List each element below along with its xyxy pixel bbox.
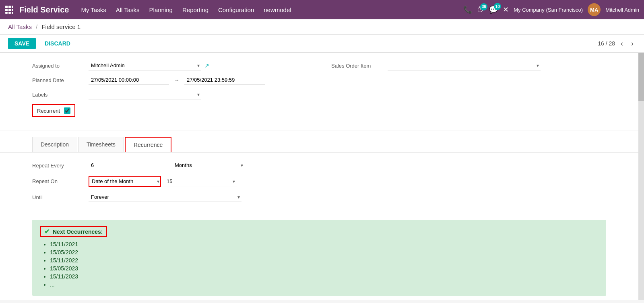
clock-badge: 36 bbox=[480, 3, 487, 10]
tab-timesheets[interactable]: Timesheets bbox=[78, 137, 124, 152]
until-row: Until Forever End Date Number of Repetit… bbox=[32, 192, 606, 202]
repeat-on-label: Repeat On bbox=[32, 178, 89, 184]
svg-rect-4 bbox=[8, 9, 11, 11]
until-select[interactable]: Forever End Date Number of Repetitions bbox=[89, 192, 242, 202]
occurrences-box: ✔ Next Occurrences: 15/11/2021 15/05/202… bbox=[32, 220, 606, 296]
svg-rect-3 bbox=[5, 9, 8, 11]
repeat-on-row: Repeat On Date of the Month Day of the W… bbox=[32, 176, 606, 187]
discard-button[interactable]: DISCARD bbox=[41, 38, 74, 49]
main-menu: My Tasks All Tasks Planning Reporting Co… bbox=[81, 5, 463, 15]
check-circle-icon: ✔ bbox=[44, 228, 50, 235]
assigned-to-external-link-icon[interactable]: ↗ bbox=[204, 62, 209, 69]
repeat-on-day-wrap: 15 bbox=[164, 177, 237, 186]
assigned-to-label: Assigned to bbox=[32, 63, 89, 69]
form-left-col: Assigned to Mitchell Admin ↗ bbox=[32, 61, 307, 122]
sales-order-item-row: Sales Order Item bbox=[331, 61, 606, 70]
svg-rect-0 bbox=[5, 6, 8, 8]
breadcrumb-parent-link[interactable]: All Tasks bbox=[8, 23, 32, 30]
page-scroll[interactable]: Assigned to Mitchell Admin ↗ bbox=[0, 53, 638, 300]
repeat-every-fields: Days Weeks Months Years bbox=[89, 161, 245, 170]
assigned-to-select[interactable]: Mitchell Admin bbox=[89, 61, 201, 70]
pagination-display: 16 / 28 bbox=[598, 40, 615, 47]
occurrence-item-3: 15/11/2022 bbox=[50, 257, 598, 264]
svg-rect-2 bbox=[12, 6, 13, 8]
date-range-arrow: → bbox=[174, 77, 180, 83]
tab-recurrence[interactable]: Recurrence bbox=[125, 137, 171, 152]
repeat-every-input[interactable] bbox=[89, 161, 169, 170]
repeat-every-label: Repeat Every bbox=[32, 163, 89, 169]
app-grid-icon[interactable] bbox=[5, 5, 14, 14]
phone-icon: 📞 bbox=[463, 5, 472, 14]
sales-order-item-label: Sales Order Item bbox=[331, 63, 388, 69]
repeat-every-unit-wrap: Days Weeks Months Years bbox=[172, 161, 245, 170]
pagination-next-button[interactable]: › bbox=[629, 39, 636, 49]
menu-newmodel[interactable]: newmodel bbox=[264, 5, 291, 15]
occurrence-item-1: 15/11/2021 bbox=[50, 241, 598, 247]
assigned-to-row: Assigned to Mitchell Admin ↗ bbox=[32, 61, 307, 70]
labels-value-wrap bbox=[89, 90, 201, 99]
until-select-wrap: Forever End Date Number of Repetitions bbox=[89, 192, 242, 202]
recurrent-checkbox[interactable] bbox=[64, 107, 70, 114]
phone-icon-btn[interactable]: 📞 bbox=[463, 5, 472, 14]
labels-select-wrap bbox=[89, 90, 201, 99]
scrollbar[interactable] bbox=[638, 53, 644, 300]
company-name: My Company (San Francisco) bbox=[514, 7, 583, 13]
planned-date-value-wrap: → bbox=[89, 75, 265, 85]
breadcrumb-separator: / bbox=[36, 23, 37, 30]
chat-icon-btn[interactable]: 💬 10 bbox=[489, 5, 498, 14]
form-right-col: Sales Order Item bbox=[331, 61, 606, 122]
svg-rect-8 bbox=[12, 12, 13, 14]
topnav-right: 📞 ⏱ 36 💬 10 ✕ My Company (San Francisco)… bbox=[463, 3, 639, 16]
planned-date-start-input[interactable] bbox=[89, 75, 169, 85]
occurrences-list: 15/11/2021 15/05/2022 15/11/2022 15/05/2… bbox=[40, 241, 598, 288]
clock-icon-btn[interactable]: ⏱ 36 bbox=[477, 6, 484, 14]
repeat-on-fields: Date of the Month Day of the Week 15 bbox=[89, 176, 237, 187]
labels-label: Labels bbox=[32, 92, 89, 98]
pagination-prev-button[interactable]: ‹ bbox=[618, 39, 625, 49]
repeat-on-type-wrap: Date of the Month Day of the Week bbox=[89, 176, 161, 187]
planned-date-row: Planned Date → bbox=[32, 75, 307, 85]
planned-date-end-input[interactable] bbox=[184, 75, 265, 85]
two-col-form: Assigned to Mitchell Admin ↗ bbox=[32, 61, 606, 122]
main-content: Assigned to Mitchell Admin ↗ bbox=[0, 53, 638, 300]
repeat-every-row: Repeat Every Days Weeks Months Years bbox=[32, 161, 606, 170]
assigned-to-select-wrap: Mitchell Admin bbox=[89, 61, 201, 70]
menu-planning[interactable]: Planning bbox=[149, 5, 173, 15]
menu-my-tasks[interactable]: My Tasks bbox=[81, 5, 106, 15]
tabs-container: Description Timesheets Recurrence bbox=[0, 130, 638, 153]
menu-reporting[interactable]: Reporting bbox=[182, 5, 208, 15]
action-bar: SAVE DISCARD 16 / 28 ‹ › bbox=[0, 35, 644, 53]
menu-configuration[interactable]: Configuration bbox=[218, 5, 254, 15]
form-section: Assigned to Mitchell Admin ↗ bbox=[0, 53, 638, 130]
svg-rect-7 bbox=[8, 12, 11, 14]
user-avatar[interactable]: MA bbox=[588, 3, 601, 16]
occurrence-item-4: 15/05/2023 bbox=[50, 265, 598, 272]
save-button[interactable]: SAVE bbox=[8, 38, 36, 49]
occurrences-header: ✔ Next Occurrences: bbox=[40, 226, 107, 237]
tab-description[interactable]: Description bbox=[32, 137, 77, 152]
occurrences-header-text: Next Occurrences: bbox=[53, 229, 103, 235]
repeat-on-type-select[interactable]: Date of the Month Day of the Week bbox=[89, 176, 161, 187]
labels-select[interactable] bbox=[89, 90, 201, 99]
repeat-every-unit-select[interactable]: Days Weeks Months Years bbox=[172, 161, 245, 170]
breadcrumb: All Tasks / Field service 1 bbox=[0, 19, 644, 35]
menu-all-tasks[interactable]: All Tasks bbox=[116, 5, 140, 15]
recurrence-section: Repeat Every Days Weeks Months Years bbox=[0, 153, 638, 216]
svg-rect-5 bbox=[12, 9, 13, 11]
labels-row: Labels bbox=[32, 90, 307, 99]
close-icon-btn[interactable]: ✕ bbox=[503, 5, 509, 14]
close-icon: ✕ bbox=[503, 5, 509, 14]
sales-order-item-select[interactable] bbox=[388, 61, 541, 70]
sales-order-select-wrap bbox=[388, 61, 541, 70]
breadcrumb-current: Field service 1 bbox=[41, 23, 80, 30]
recurrent-row: Recurrent bbox=[32, 104, 307, 117]
recurrent-checkbox-container: Recurrent bbox=[32, 104, 75, 117]
repeat-on-day-select[interactable]: 15 bbox=[164, 177, 237, 186]
svg-rect-1 bbox=[8, 6, 11, 8]
sales-order-item-value-wrap bbox=[388, 61, 541, 70]
recurrent-label: Recurrent bbox=[37, 108, 60, 114]
occurrence-item-5: 15/11/2023 bbox=[50, 273, 598, 280]
user-name: Mitchell Admin bbox=[605, 7, 639, 13]
occurrence-item-more: ... bbox=[50, 281, 598, 288]
page-layout: Assigned to Mitchell Admin ↗ bbox=[0, 53, 644, 300]
